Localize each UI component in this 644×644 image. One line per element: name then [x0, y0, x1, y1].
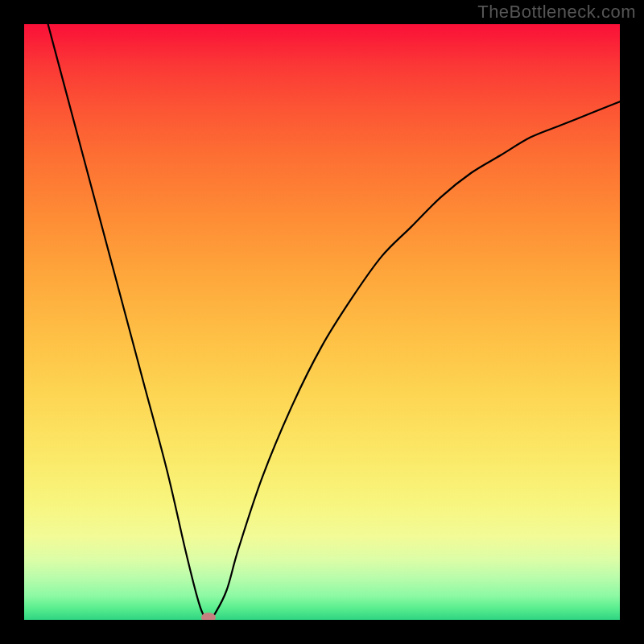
chart-frame: TheBottleneck.com: [0, 0, 644, 644]
curve-svg: [24, 24, 620, 620]
bottleneck-curve: [48, 24, 620, 620]
plot-area: [24, 24, 620, 620]
optimal-point-marker: [201, 613, 216, 620]
watermark-text: TheBottleneck.com: [477, 2, 636, 23]
